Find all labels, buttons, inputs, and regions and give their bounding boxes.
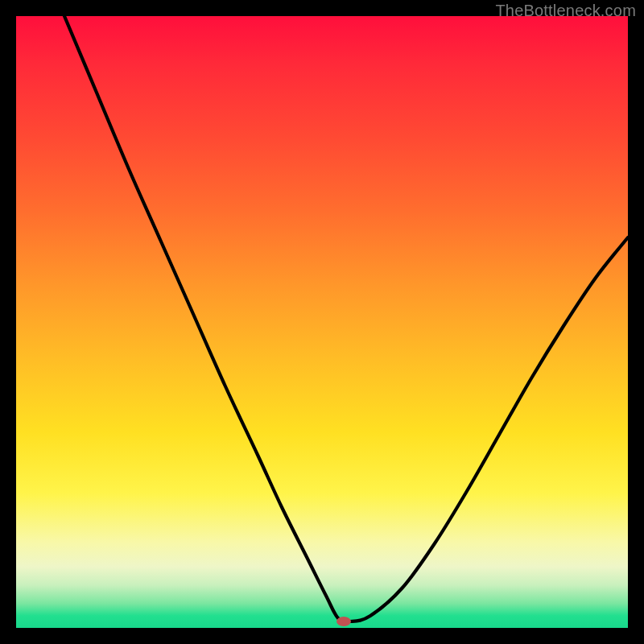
chart-frame: TheBottleneck.com [0,0,644,644]
min-marker [336,617,351,626]
bottleneck-curve [64,16,628,621]
curve-svg [16,16,628,628]
plot-area [16,16,628,628]
